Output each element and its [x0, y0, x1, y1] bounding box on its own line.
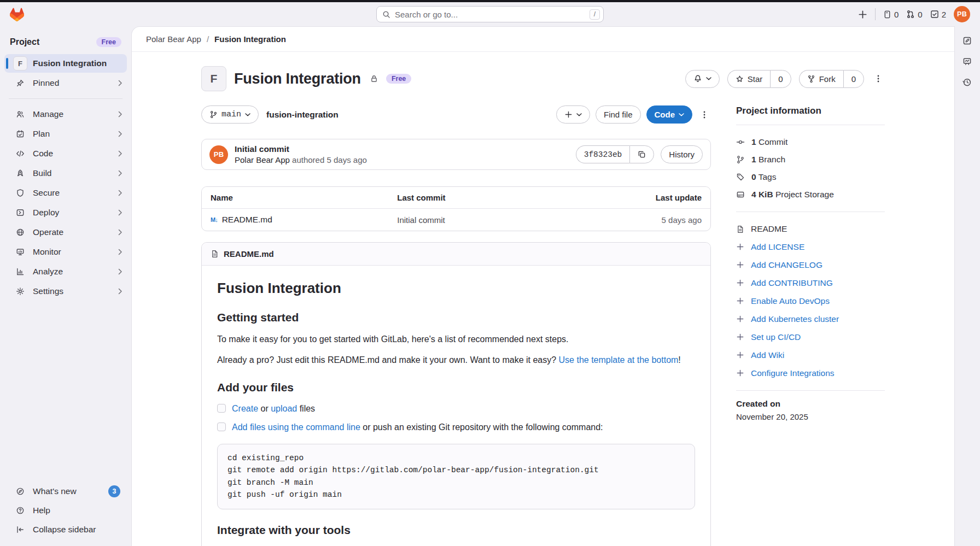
chevron-right-icon — [118, 268, 122, 275]
search-input[interactable] — [395, 10, 585, 19]
sidebar: Project Free F Fusion Integration Pinned… — [0, 26, 131, 546]
gitlab-logo[interactable] — [10, 8, 24, 21]
find-file-button[interactable]: Find file — [596, 105, 641, 124]
fork-button[interactable]: Fork — [799, 70, 843, 88]
history-button[interactable]: History — [661, 145, 703, 163]
cli-instructions-link[interactable]: Add files using the command line — [232, 422, 360, 432]
chevron-right-icon — [118, 80, 122, 86]
markdown-file-icon: M↓ — [211, 216, 218, 223]
sidebar-item-project[interactable]: F Fusion Integration — [4, 54, 127, 73]
breadcrumb-current[interactable]: Fusion Integration — [214, 34, 286, 44]
main-content: Polar Bear App / Fusion Integration F Fu… — [131, 26, 955, 546]
repo-path: fusion-integration — [266, 110, 339, 120]
collapse-icon — [13, 525, 27, 534]
lock-icon — [370, 74, 378, 83]
readme-header[interactable]: README.md — [202, 243, 710, 266]
sidebar-item-manage[interactable]: Manage — [4, 105, 127, 124]
topbar-divider — [875, 8, 876, 20]
whats-new-button[interactable]: What's new 3 — [4, 482, 127, 501]
sidebar-item-plan[interactable]: Plan — [4, 125, 127, 143]
readme-text: ! — [678, 355, 680, 365]
copy-sha-button[interactable] — [629, 145, 654, 163]
edit-note-button[interactable] — [958, 32, 976, 49]
storage-link[interactable]: 4 KiB Project Storage — [736, 186, 885, 203]
add-license-link[interactable]: Add LICENSE — [736, 238, 885, 256]
project-options-button[interactable] — [872, 72, 885, 85]
readme-heading-add-files: Add your files — [217, 381, 695, 394]
sidebar-project-name: Fusion Integration — [33, 58, 107, 68]
merge-requests-button[interactable]: 0 — [906, 10, 922, 19]
whiteboard-button[interactable] — [958, 52, 976, 70]
file-commit-link[interactable]: Initial commit — [397, 215, 620, 225]
readme-filename[interactable]: README.md — [224, 249, 274, 259]
branch-selector[interactable]: main — [201, 105, 259, 124]
repo-options-button[interactable] — [698, 108, 711, 121]
sidebar-item-label: Analyze — [33, 267, 63, 277]
todos-icon — [930, 10, 939, 19]
star-button[interactable]: Star — [727, 70, 771, 88]
help-button[interactable]: Help — [4, 501, 127, 520]
commit-author-link[interactable]: Polar Bear App — [235, 155, 290, 165]
task-checkbox — [217, 422, 226, 431]
todos-count: 2 — [942, 10, 946, 19]
sidebar-item-build[interactable]: Build — [4, 164, 127, 183]
sidebar-item-pinned[interactable]: Pinned — [4, 74, 127, 92]
file-row[interactable]: M↓ README.md Initial commit 5 days ago — [202, 209, 710, 231]
breadcrumb: Polar Bear App / Fusion Integration — [132, 27, 954, 52]
code-line: git branch -M main — [228, 477, 685, 489]
add-kubernetes-cluster-link[interactable]: Add Kubernetes cluster — [736, 310, 885, 328]
fork-count[interactable]: 0 — [843, 70, 864, 88]
sidebar-item-monitor[interactable]: Monitor — [4, 243, 127, 261]
user-avatar[interactable]: PB — [954, 6, 970, 22]
project-avatar: F — [13, 56, 27, 71]
configure-integrations-link[interactable]: Configure Integrations — [736, 364, 885, 382]
deploy-icon — [13, 208, 27, 217]
add-changelog-link[interactable]: Add CHANGELOG — [736, 256, 885, 274]
code-icon — [13, 149, 27, 158]
commit-count-link[interactable]: 1 Commit — [736, 133, 885, 151]
plan-badge: Free — [96, 37, 121, 47]
commit-sha: 3f8323eb — [576, 145, 630, 163]
kebab-menu-icon — [700, 110, 709, 119]
readme-text: files — [297, 404, 315, 413]
readme-anchor-link[interactable]: README — [736, 220, 885, 238]
set-up-cicd-link[interactable]: Set up CI/CD — [736, 328, 885, 346]
sidebar-item-analyze[interactable]: Analyze — [4, 262, 127, 281]
star-count[interactable]: 0 — [770, 70, 791, 88]
commit-title-link[interactable]: Initial commit — [235, 144, 289, 154]
add-wiki-link[interactable]: Add Wiki — [736, 346, 885, 364]
enable-auto-devops-link[interactable]: Enable Auto DevOps — [736, 292, 885, 310]
upload-file-link[interactable]: upload — [271, 404, 297, 413]
commit-author-avatar[interactable]: PB — [209, 145, 228, 164]
template-link[interactable]: Use the template at the bottom — [559, 355, 679, 365]
sidebar-header: Project Free — [0, 35, 131, 54]
task-checkbox — [217, 404, 226, 413]
code-dropdown-button[interactable]: Code — [646, 105, 693, 124]
info-link-label: Configure Integrations — [751, 368, 835, 378]
plus-icon — [736, 333, 744, 341]
collapse-sidebar-button[interactable]: Collapse sidebar — [4, 520, 127, 539]
file-name-link[interactable]: README.md — [222, 215, 272, 225]
branch-count-link[interactable]: 1 Branch — [736, 151, 885, 168]
sidebar-item-settings[interactable]: Settings — [4, 282, 127, 301]
code-line: cd existing_repo — [228, 452, 685, 464]
sidebar-item-deploy[interactable]: Deploy — [4, 203, 127, 222]
notifications-dropdown-button[interactable] — [685, 70, 720, 88]
column-name: Name — [211, 193, 397, 202]
create-new-button[interactable] — [858, 10, 867, 19]
sidebar-item-secure[interactable]: Secure — [4, 184, 127, 202]
pin-icon — [13, 79, 27, 87]
breadcrumb-group-link[interactable]: Polar Bear App — [146, 34, 201, 44]
tag-count-link[interactable]: 0 Tags — [736, 168, 885, 186]
add-contributing-link[interactable]: Add CONTRIBUTING — [736, 274, 885, 292]
merge-request-icon — [906, 10, 915, 19]
issues-button[interactable]: 0 — [883, 10, 899, 19]
sidebar-item-operate[interactable]: Operate — [4, 223, 127, 242]
sidebar-item-code[interactable]: Code — [4, 144, 127, 163]
create-file-link[interactable]: Create — [232, 404, 258, 413]
history-clock-button[interactable] — [958, 73, 976, 91]
chevron-right-icon — [118, 249, 122, 255]
search-bar[interactable]: / — [376, 6, 604, 22]
add-to-repo-button[interactable] — [556, 105, 590, 124]
todos-button[interactable]: 2 — [930, 10, 946, 19]
